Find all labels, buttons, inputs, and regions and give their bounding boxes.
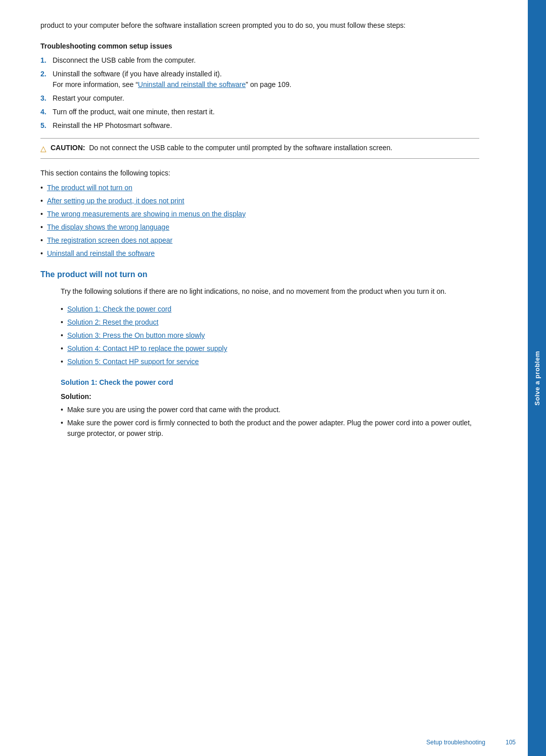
step-5-num: 5.	[40, 120, 50, 131]
topic-item-6: Uninstall and reinstall the software	[40, 248, 479, 259]
step-1: 1. Disconnect the USB cable from the com…	[40, 55, 479, 66]
solution-link-1[interactable]: Solution 1: Check the power cord	[67, 304, 171, 315]
topic-item-2: After setting up the product, it does no…	[40, 196, 479, 206]
section1-body: Try the following solutions if there are…	[40, 286, 479, 297]
step-5-text: Reinstall the HP Photosmart software.	[53, 120, 172, 131]
solution1-bullets: Make sure you are using the power cord t…	[61, 405, 479, 439]
topic-item-3: The wrong measurements are showing in me…	[40, 209, 479, 219]
step-4: 4. Turn off the product, wait one minute…	[40, 107, 479, 117]
topic-link-6[interactable]: Uninstall and reinstall the software	[47, 248, 155, 259]
solutions-list: Solution 1: Check the power cord Solutio…	[40, 304, 479, 367]
step-3: 3. Restart your computer.	[40, 93, 479, 104]
solution1-bullet-2-text: Make sure the power cord is firmly conne…	[67, 418, 479, 439]
topic-link-1[interactable]: The product will not turn on	[47, 183, 132, 193]
step-5: 5. Reinstall the HP Photosmart software.	[40, 120, 479, 131]
caution-body: Do not connect the USB cable to the comp…	[89, 144, 392, 152]
step-2-text: Uninstall the software (if you have alre…	[53, 69, 291, 90]
topic-link-4[interactable]: The display shows the wrong language	[47, 222, 169, 233]
solution1-bullet-1-text: Make sure you are using the power cord t…	[67, 405, 281, 415]
step-4-text: Turn off the product, wait one minute, t…	[53, 107, 215, 117]
troubleshooting-steps: 1. Disconnect the USB cable from the com…	[40, 55, 479, 131]
solution-item-1: Solution 1: Check the power cord	[61, 304, 479, 315]
footer-page: 105	[506, 739, 516, 746]
solution-link-2[interactable]: Solution 2: Reset the product	[67, 317, 159, 328]
solution-item-5: Solution 5: Contact HP support for servi…	[61, 357, 479, 367]
step-3-num: 3.	[40, 93, 50, 104]
topics-intro: This section contains the following topi…	[40, 168, 479, 179]
troubleshooting-heading: Troubleshooting common setup issues	[40, 42, 479, 50]
step-3-text: Restart your computer.	[53, 93, 124, 104]
caution-icon: △	[40, 144, 47, 153]
topic-item-1: The product will not turn on	[40, 183, 479, 193]
topics-list: The product will not turn on After setti…	[40, 183, 479, 259]
topic-link-5[interactable]: The registration screen does not appear	[47, 235, 172, 246]
uninstall-link[interactable]: Uninstall and reinstall the software	[138, 80, 246, 88]
solution1-title: Solution 1: Check the power cord	[61, 378, 479, 386]
caution-box: △ CAUTION: Do not connect the USB cable …	[40, 138, 479, 159]
solution-link-5[interactable]: Solution 5: Contact HP support for servi…	[67, 357, 199, 367]
intro-text: product to your computer before the soft…	[40, 20, 479, 31]
topic-link-2[interactable]: After setting up the product, it does no…	[47, 196, 185, 206]
solution1-container: Solution 1: Check the power cord Solutio…	[40, 378, 479, 439]
step-1-num: 1.	[40, 55, 50, 66]
step-1-text: Disconnect the USB cable from the comput…	[53, 55, 196, 66]
topic-item-5: The registration screen does not appear	[40, 235, 479, 246]
solution-link-3[interactable]: Solution 3: Press the On button more slo…	[67, 330, 205, 341]
solution-item-2: Solution 2: Reset the product	[61, 317, 479, 328]
solution-item-3: Solution 3: Press the On button more slo…	[61, 330, 479, 341]
topic-item-4: The display shows the wrong language	[40, 222, 479, 233]
solution1-bullet-2: Make sure the power cord is firmly conne…	[61, 418, 479, 439]
side-tab: Solve a problem	[528, 0, 546, 756]
topic-link-3[interactable]: The wrong measurements are showing in me…	[47, 209, 246, 219]
caution-text: CAUTION: Do not connect the USB cable to…	[51, 144, 392, 152]
footer: Setup troubleshooting 105	[426, 739, 516, 746]
caution-label: CAUTION:	[51, 144, 85, 152]
solution-item-4: Solution 4: Contact HP to replace the po…	[61, 343, 479, 354]
step-2-main: Uninstall the software (if you have alre…	[53, 70, 291, 88]
solution1-bullet-1: Make sure you are using the power cord t…	[61, 405, 479, 415]
step-4-num: 4.	[40, 107, 50, 117]
step-2: 2. Uninstall the software (if you have a…	[40, 69, 479, 90]
side-tab-label: Solve a problem	[533, 351, 541, 406]
step-2-num: 2.	[40, 69, 50, 90]
footer-label: Setup troubleshooting	[426, 739, 485, 746]
solution-link-4[interactable]: Solution 4: Contact HP to replace the po…	[67, 343, 227, 354]
solution1-label: Solution:	[61, 392, 479, 401]
section1-title: The product will not turn on	[40, 270, 479, 279]
